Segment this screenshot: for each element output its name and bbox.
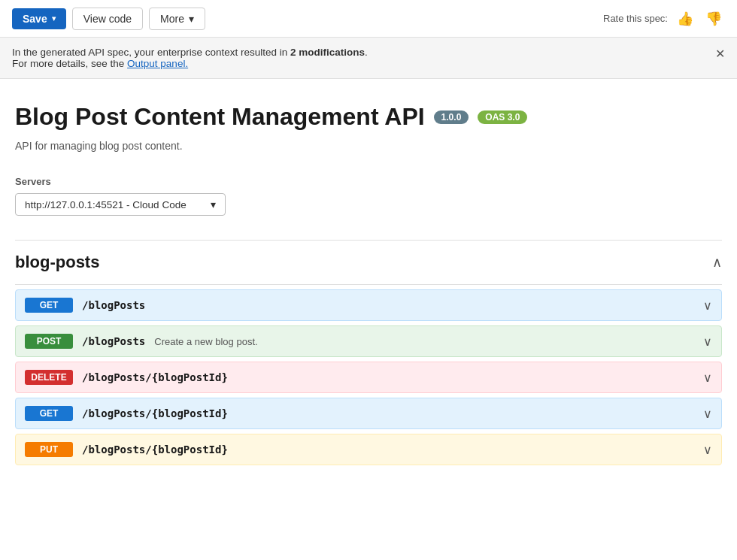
view-code-button[interactable]: View code bbox=[72, 8, 143, 30]
method-badge-get-0: GET bbox=[25, 298, 73, 313]
section-title: blog-posts bbox=[15, 253, 99, 272]
method-badge-get-3: GET bbox=[25, 406, 73, 421]
notification-part3: For more details, see the bbox=[12, 58, 127, 69]
endpoint-description: Create a new blog post. bbox=[154, 336, 257, 347]
servers-chevron-icon: ▾ bbox=[211, 198, 216, 210]
output-panel-link[interactable]: Output panel. bbox=[127, 58, 188, 69]
endpoint-row-inner: POST/blogPostsCreate a new blog post. bbox=[25, 334, 703, 349]
endpoint-list: GET/blogPosts∨POST/blogPostsCreate a new… bbox=[15, 289, 722, 465]
notification-highlight: 2 modifications bbox=[290, 47, 365, 58]
endpoint-path: /blogPosts bbox=[82, 335, 145, 347]
api-title: Blog Post Content Management API bbox=[15, 103, 425, 131]
endpoint-row-inner: GET/blogPosts bbox=[25, 298, 703, 313]
view-code-label: View code bbox=[83, 13, 132, 25]
endpoint-row[interactable]: GET/blogPosts/{blogPostId}∨ bbox=[15, 398, 722, 429]
notification-banner: In the generated API spec, your enterpri… bbox=[0, 38, 737, 79]
servers-label: Servers bbox=[15, 176, 722, 187]
save-button[interactable]: Save ▾ bbox=[12, 8, 66, 29]
endpoint-path: /blogPosts/{blogPostId} bbox=[82, 407, 228, 419]
save-label: Save bbox=[23, 13, 47, 25]
notification-text: In the generated API spec, your enterpri… bbox=[12, 47, 368, 69]
toolbar: Save ▾ View code More ▾ Rate this spec: … bbox=[0, 0, 737, 38]
servers-section: Servers http://127.0.0.1:45521 - Cloud C… bbox=[15, 176, 722, 216]
notification-part2: . bbox=[365, 47, 368, 58]
endpoint-row[interactable]: DELETE/blogPosts/{blogPostId}∨ bbox=[15, 362, 722, 393]
endpoint-expand-icon: ∨ bbox=[703, 443, 712, 457]
endpoint-row[interactable]: POST/blogPostsCreate a new blog post.∨ bbox=[15, 325, 722, 357]
rate-section: Rate this spec: 👍 👎 bbox=[603, 9, 725, 29]
endpoint-path: /blogPosts/{blogPostId} bbox=[82, 443, 228, 456]
more-chevron-icon: ▾ bbox=[189, 13, 194, 25]
endpoint-row[interactable]: GET/blogPosts∨ bbox=[15, 289, 722, 321]
endpoint-expand-icon: ∨ bbox=[703, 298, 712, 313]
more-button[interactable]: More ▾ bbox=[149, 8, 205, 30]
method-badge-put-4: PUT bbox=[25, 442, 73, 457]
endpoint-row-inner: PUT/blogPosts/{blogPostId} bbox=[25, 442, 703, 457]
thumbs-up-button[interactable]: 👍 bbox=[674, 9, 696, 29]
api-description: API for managing blog post content. bbox=[15, 140, 722, 152]
collapse-icon: ∧ bbox=[712, 254, 722, 271]
save-chevron-icon: ▾ bbox=[52, 14, 56, 23]
notification-part1: In the generated API spec, your enterpri… bbox=[12, 47, 290, 58]
main-content: Blog Post Content Management API 1.0.0 O… bbox=[0, 79, 737, 485]
endpoint-path: /blogPosts bbox=[82, 299, 145, 311]
close-notification-button[interactable]: ✕ bbox=[715, 47, 725, 61]
rate-label: Rate this spec: bbox=[603, 13, 668, 24]
api-title-row: Blog Post Content Management API 1.0.0 O… bbox=[15, 103, 722, 131]
servers-selected-value: http://127.0.0.1:45521 - Cloud Code bbox=[25, 199, 187, 210]
thumbs-down-button[interactable]: 👎 bbox=[702, 9, 725, 29]
endpoint-row-inner: DELETE/blogPosts/{blogPostId} bbox=[25, 370, 703, 385]
servers-dropdown[interactable]: http://127.0.0.1:45521 - Cloud Code ▾ bbox=[15, 193, 226, 216]
method-badge-post-1: POST bbox=[25, 334, 73, 349]
method-badge-delete-2: DELETE bbox=[25, 370, 73, 385]
endpoint-row-inner: GET/blogPosts/{blogPostId} bbox=[25, 406, 703, 421]
version-badge: 1.0.0 bbox=[434, 110, 469, 124]
section-header[interactable]: blog-posts ∧ bbox=[15, 241, 722, 285]
more-label: More bbox=[160, 13, 184, 25]
endpoint-expand-icon: ∨ bbox=[703, 371, 712, 385]
endpoint-path: /blogPosts/{blogPostId} bbox=[82, 371, 228, 383]
endpoint-expand-icon: ∨ bbox=[703, 334, 712, 349]
oas-badge: OAS 3.0 bbox=[478, 110, 527, 124]
endpoint-row[interactable]: PUT/blogPosts/{blogPostId}∨ bbox=[15, 434, 722, 465]
endpoint-expand-icon: ∨ bbox=[703, 407, 712, 421]
endpoints-section: blog-posts ∧ GET/blogPosts∨POST/blogPost… bbox=[15, 241, 722, 465]
